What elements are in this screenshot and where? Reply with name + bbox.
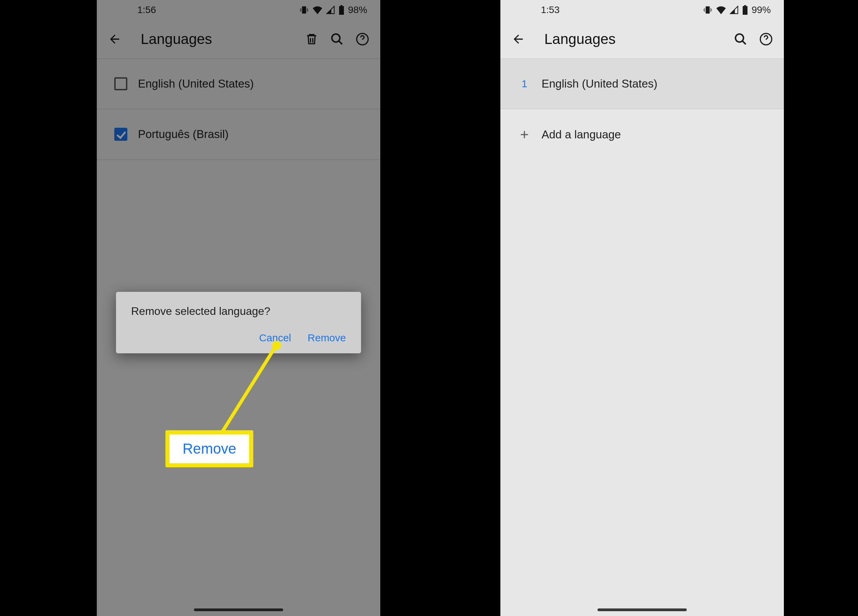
add-language-row[interactable]: Add a language <box>500 109 784 160</box>
signal-icon <box>730 6 738 14</box>
back-button[interactable] <box>104 28 126 50</box>
plus-icon <box>511 128 538 141</box>
dialog-remove-button[interactable]: Remove <box>308 332 346 344</box>
dialog-cancel-button[interactable]: Cancel <box>259 332 291 344</box>
status-icons: 99% <box>703 5 771 16</box>
battery-icon <box>742 5 748 15</box>
checkbox-unchecked[interactable] <box>107 77 135 90</box>
language-row[interactable]: English (United States) <box>97 58 380 109</box>
add-language-label: Add a language <box>538 128 621 141</box>
battery-percent: 98% <box>348 5 367 16</box>
checkbox-checked[interactable] <box>107 128 135 141</box>
language-index: 1 <box>511 78 538 90</box>
svg-point-2 <box>735 34 743 42</box>
wifi-icon <box>312 6 323 14</box>
annotation-callout: Remove <box>165 430 253 467</box>
language-label: Português (Brasil) <box>135 128 228 141</box>
battery-percent: 99% <box>752 5 771 16</box>
language-label: English (United States) <box>135 77 254 90</box>
battery-icon <box>338 5 345 15</box>
phone-screen-right: 1:53 99% Languages <box>500 0 784 616</box>
vibrate-icon <box>299 5 309 15</box>
search-button[interactable] <box>326 28 348 50</box>
status-time: 1:56 <box>137 5 156 16</box>
language-row[interactable]: Português (Brasil) <box>97 109 380 160</box>
dialog-title: Remove selected language? <box>131 305 346 317</box>
app-bar: Languages <box>500 20 784 58</box>
language-label: English (United States) <box>538 77 657 90</box>
help-button[interactable] <box>755 28 777 50</box>
status-bar: 1:53 99% <box>500 0 784 20</box>
gesture-bar[interactable] <box>194 608 283 611</box>
status-bar: 1:56 98% <box>97 0 380 20</box>
status-icons: 98% <box>299 5 367 16</box>
wifi-icon <box>716 6 726 14</box>
phone-screen-left: 1:56 98% Languages <box>97 0 380 616</box>
page-title: Languages <box>129 31 297 47</box>
vibrate-icon <box>703 5 712 15</box>
page-title: Languages <box>533 31 726 47</box>
confirm-dialog: Remove selected language? Cancel Remove <box>116 292 361 353</box>
back-button[interactable] <box>507 28 529 50</box>
svg-point-0 <box>332 34 340 42</box>
delete-button[interactable] <box>301 28 323 50</box>
status-time: 1:53 <box>541 5 560 16</box>
gesture-bar[interactable] <box>597 608 687 611</box>
signal-icon <box>326 6 335 14</box>
search-button[interactable] <box>730 28 752 50</box>
app-bar: Languages <box>97 20 380 58</box>
annotation-label: Remove <box>183 440 236 457</box>
language-row[interactable]: 1 English (United States) <box>500 58 784 109</box>
help-button[interactable] <box>351 28 373 50</box>
